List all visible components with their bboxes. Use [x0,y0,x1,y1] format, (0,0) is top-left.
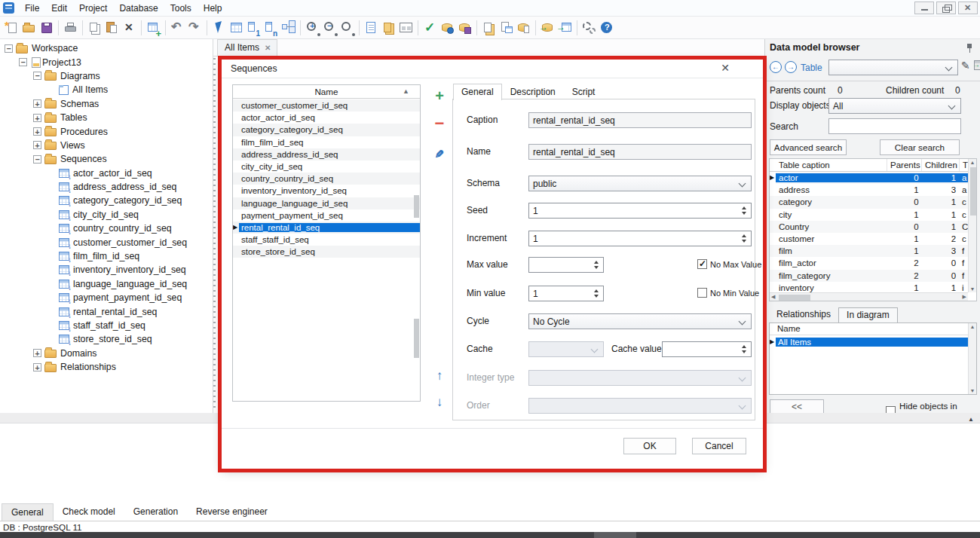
menu-item[interactable]: Project [73,2,113,15]
menu-item[interactable]: Database [113,2,164,15]
menu-item[interactable]: Help [198,2,228,15]
ok-button[interactable]: OK [623,438,676,454]
sequence-list-item[interactable]: category_category_id_seq [233,124,420,136]
menu-item[interactable]: Edit [45,2,73,15]
pin-icon[interactable] [966,43,973,53]
help-icon[interactable] [599,20,614,36]
tree-item[interactable]: Sequences [0,152,213,166]
sequence-list-item[interactable]: staff_staff_id_seq [233,234,420,246]
tree-item[interactable]: rental_rental_id_seq [0,304,213,318]
move-down-icon[interactable]: ↓ [431,395,448,411]
table-row[interactable]: customer 1 2 c [770,233,968,245]
table-row[interactable]: city 1 1 c [770,209,968,221]
sequence-list-item[interactable]: inventory_inventory_id_seq [233,185,420,197]
table-row[interactable]: inventory 1 1 i [770,282,968,292]
table-row[interactable]: category 0 1 c [770,196,968,208]
output-tab[interactable]: General [2,503,54,521]
tree-item[interactable]: country_country_id_seq [0,222,213,235]
copy-icon[interactable] [87,20,103,36]
tree-item[interactable]: city_city_id_seq [0,208,213,222]
back-icon[interactable]: ← [770,61,782,73]
check-model-icon[interactable] [422,20,438,36]
name-column-header[interactable]: Name [770,323,976,335]
tree-item[interactable]: Project13 [0,55,213,69]
dialog-close-icon[interactable]: ✕ [721,62,730,74]
menu-item[interactable]: Tools [164,2,198,15]
table-row[interactable]: film_category 2 0 f [770,270,968,282]
output-tab[interactable]: Generation [124,503,187,521]
name-field[interactable]: rental_rental_id_seq [528,144,752,160]
sequence-list-item[interactable]: customer_customer_id_seq [233,99,420,112]
table-row[interactable]: Country 0 1 C [770,221,968,233]
tree-item[interactable]: language_language_id_seq [0,277,213,291]
tree-expander-icon[interactable] [33,72,41,80]
delete-sequence-icon[interactable]: − [431,117,448,133]
tree-item[interactable]: film_film_id_seq [0,249,213,263]
dialog-tab[interactable]: General [453,84,502,100]
stepper-arrows-icon[interactable] [738,231,749,246]
zoom-out-icon[interactable] [322,20,338,36]
tree-item[interactable]: All Items [0,83,213,96]
list-item[interactable]: All Items [770,336,968,348]
tree-item[interactable]: actor_actor_id_seq [0,167,213,180]
sequence-list-item[interactable]: payment_payment_id_seq [233,209,420,222]
tree-item[interactable]: Tables [0,111,213,124]
cache-value-stepper[interactable] [662,341,752,357]
tree-expander-icon[interactable] [33,99,41,108]
dialog-tab[interactable]: Description [502,84,564,100]
add-sequence-icon[interactable]: + [431,88,448,105]
collapse-up-icon[interactable]: ▲ [968,416,974,423]
undo-icon[interactable] [170,20,185,36]
delete-icon[interactable] [121,20,137,36]
tree-expander-icon[interactable] [33,349,41,357]
one-to-many-relation-icon[interactable] [246,20,262,36]
scroll-right-icon[interactable]: ▶ [963,294,966,300]
cycle-select[interactable]: No Cycle [528,313,752,329]
tree-item[interactable]: Domains [0,347,213,360]
settings-icon[interactable] [581,20,597,36]
collapse-panel-button[interactable]: << [770,399,824,414]
new-document-icon[interactable] [4,20,20,36]
sequence-list-item[interactable]: city_city_id_seq [233,160,420,173]
column-parents[interactable]: Parents [887,159,922,171]
sequence-list-item[interactable]: actor_actor_id_seq [233,112,420,124]
table-row[interactable]: film_actor 2 0 f [770,257,968,269]
scroll-down-icon[interactable]: ▼ [969,286,976,292]
min-value-stepper[interactable]: 1 [528,286,604,301]
sequence-list-item[interactable]: store_store_id_seq [233,246,420,258]
scroll-down-icon[interactable]: ▼ [969,388,976,393]
table-row[interactable]: address 1 3 a [770,184,968,196]
restore-icon[interactable] [936,2,956,14]
sequence-list-item[interactable]: rental_rental_id_seq [233,222,420,234]
dialog-title-bar[interactable]: Sequences ✕ [222,60,763,78]
documents-icon[interactable] [381,20,397,36]
search-input[interactable] [828,118,961,134]
pointer-icon[interactable] [211,20,227,36]
cache-select[interactable] [528,341,604,357]
advanced-search-button[interactable]: Advanced search [770,139,847,155]
table-select[interactable] [828,60,958,75]
tree-item[interactable]: Procedures [0,124,213,138]
dialog-tab[interactable]: Script [564,84,604,100]
tree-item[interactable]: store_store_id_seq [0,332,213,346]
clear-search-button[interactable]: Clear search [880,139,960,155]
vertical-scrollbar[interactable]: ▲ ▼ [968,323,976,394]
tables-grid-header[interactable]: Table caption Parents Children T [770,159,976,172]
stepper-arrows-icon[interactable] [590,258,602,272]
column-children[interactable]: Children [922,159,960,171]
tree-expander-icon[interactable] [33,114,41,122]
generate-database-icon[interactable] [439,20,455,36]
save-icon[interactable] [38,20,54,36]
tree-item[interactable]: Relationships [0,360,213,374]
relationship-tab[interactable]: Relationships [769,307,838,322]
scroll-up-icon[interactable]: ▲ [969,160,976,165]
zoom-icon[interactable] [339,20,355,36]
tree-expander-icon[interactable] [33,363,41,371]
save-database-script-icon[interactable] [457,20,473,36]
many-to-one-relation-icon[interactable] [263,20,279,36]
edit-table-icon[interactable]: ✎ [961,60,970,72]
sequence-list-header[interactable]: Name ▲ [233,85,420,99]
vertical-scrollbar[interactable]: ▲ ▼ [968,159,976,292]
seed-stepper[interactable]: 1 [528,203,752,219]
scroll-up-icon[interactable]: ▲ [969,324,976,329]
